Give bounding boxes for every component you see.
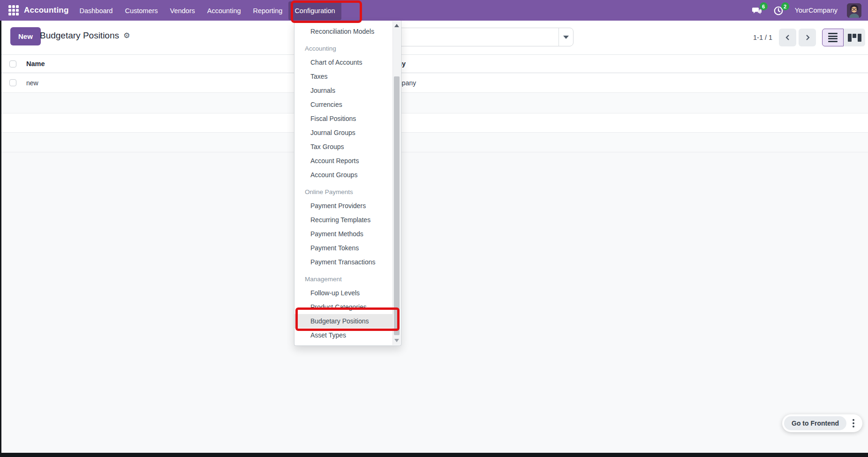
page-title: Budgetary Positions	[40, 30, 119, 41]
scroll-down-icon[interactable]	[394, 339, 399, 342]
empty-row	[1, 93, 868, 113]
new-button[interactable]: New	[10, 27, 41, 45]
scroll-up-icon[interactable]	[394, 24, 399, 27]
menu-section-accounting: Accounting	[294, 42, 394, 55]
nav-menu: Dashboard Customers Vendors Accounting R…	[74, 0, 341, 21]
pager-next-button[interactable]	[799, 29, 816, 46]
activities-badge: 2	[781, 2, 789, 10]
menu-item-reconciliation-models[interactable]: Reconciliation Models	[294, 24, 394, 38]
menu-item-product-categories[interactable]: Product Categories	[294, 300, 394, 314]
menu-item-account-reports[interactable]: Account Reports	[294, 154, 394, 168]
menu-item-payment-providers[interactable]: Payment Providers	[294, 199, 394, 213]
messages-badge: 6	[760, 2, 768, 10]
configuration-dropdown-menu: Reconciliation Models Accounting Chart o…	[294, 21, 401, 346]
menu-item-budgetary-positions[interactable]: Budgetary Positions	[294, 314, 394, 328]
menu-section-management: Management	[294, 273, 394, 286]
screenshot-bottom-edge	[0, 453, 868, 457]
nav-item-configuration[interactable]: Configuration	[288, 1, 341, 20]
empty-row	[1, 133, 868, 152]
menu-item-recurring-templates[interactable]: Recurring Templates	[294, 213, 394, 227]
systray: 6 2 YourCompany	[752, 3, 868, 18]
menu-item-taxes[interactable]: Taxes	[294, 69, 394, 83]
pager-previous-button[interactable]	[779, 29, 796, 46]
search-dropdown-toggle[interactable]	[559, 28, 573, 46]
floating-action-group: Go to Frontend	[782, 414, 862, 432]
empty-row	[1, 113, 868, 133]
kanban-icon	[848, 34, 861, 42]
chevron-left-icon	[785, 34, 791, 41]
nav-item-dashboard[interactable]: Dashboard	[74, 1, 119, 20]
control-panel: New Budgetary Positions ⚙ 1-1 / 1	[0, 21, 868, 54]
menu-section-online-payments: Online Payments	[294, 186, 394, 199]
list-view: Name Company new YourCompany	[1, 54, 868, 152]
gear-icon[interactable]: ⚙	[123, 32, 130, 39]
top-navbar: Accounting Dashboard Customers Vendors A…	[0, 0, 868, 21]
menu-item-payment-tokens[interactable]: Payment Tokens	[294, 241, 394, 255]
nav-item-vendors[interactable]: Vendors	[164, 1, 201, 20]
screenshot-left-edge	[0, 21, 1, 453]
column-header-name[interactable]: Name	[26, 60, 45, 67]
nav-item-accounting[interactable]: Accounting	[201, 1, 247, 20]
select-all-checkbox[interactable]	[9, 60, 16, 67]
menu-item-payment-methods[interactable]: Payment Methods	[294, 227, 394, 241]
list-view-button[interactable]	[822, 29, 844, 46]
menu-item-fiscal-positions[interactable]: Fiscal Positions	[294, 112, 394, 126]
apps-grid-icon[interactable]	[8, 5, 19, 15]
menu-item-asset-types[interactable]: Asset Types	[294, 328, 394, 342]
menu-item-currencies[interactable]: Currencies	[294, 97, 394, 112]
pager-range: 1-1 / 1	[753, 34, 772, 41]
app-brand[interactable]: Accounting	[24, 6, 69, 15]
scrollbar-thumb[interactable]	[394, 76, 400, 335]
chevron-down-icon	[563, 36, 569, 39]
nav-item-reporting[interactable]: Reporting	[247, 1, 289, 20]
table-row[interactable]: new YourCompany	[1, 73, 868, 93]
go-to-frontend-button[interactable]: Go to Frontend	[784, 416, 846, 430]
table-header-row: Name Company	[1, 54, 868, 73]
activities-icon[interactable]: 2	[773, 4, 785, 16]
row-checkbox[interactable]	[9, 79, 16, 86]
nav-item-customers[interactable]: Customers	[119, 1, 164, 20]
menu-item-tax-groups[interactable]: Tax Groups	[294, 140, 394, 154]
kanban-view-button[interactable]	[844, 29, 865, 46]
row-name-cell: new	[26, 79, 38, 87]
menu-item-account-groups[interactable]: Account Groups	[294, 168, 394, 182]
menu-item-journals[interactable]: Journals	[294, 83, 394, 97]
list-icon	[828, 33, 838, 42]
company-switcher[interactable]: YourCompany	[795, 7, 838, 14]
messages-icon[interactable]: 6	[752, 4, 764, 16]
chevron-right-icon	[804, 34, 811, 41]
menu-item-follow-up-levels[interactable]: Follow-up Levels	[294, 286, 394, 300]
kebab-menu-button[interactable]	[846, 416, 860, 430]
view-switcher	[822, 29, 865, 46]
dropdown-scrollbar[interactable]	[392, 21, 400, 345]
menu-item-chart-of-accounts[interactable]: Chart of Accounts	[294, 55, 394, 69]
user-avatar[interactable]	[847, 3, 861, 18]
menu-item-journal-groups[interactable]: Journal Groups	[294, 126, 394, 140]
menu-item-payment-transactions[interactable]: Payment Transactions	[294, 255, 394, 269]
